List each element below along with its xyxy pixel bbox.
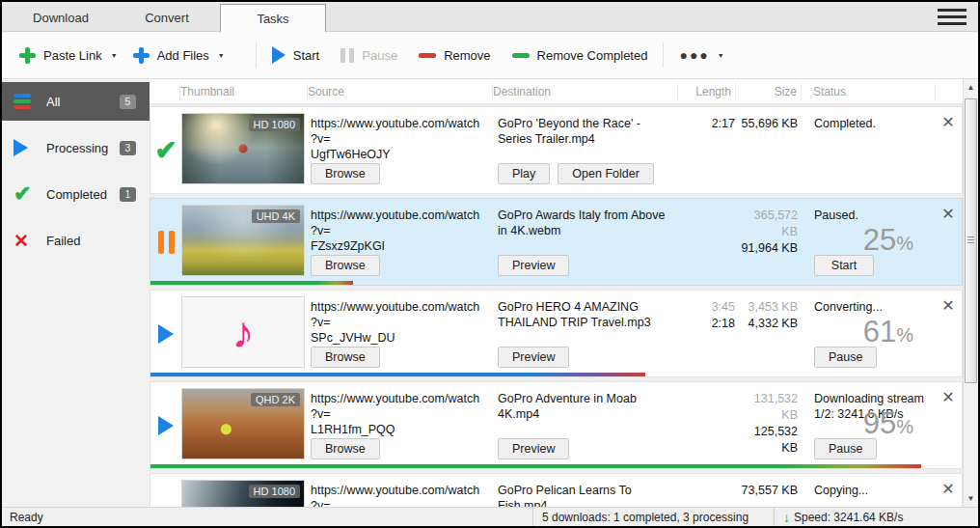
browse-button[interactable]: Browse bbox=[311, 163, 380, 184]
progress-percent: 95% bbox=[863, 408, 913, 438]
size-value: 125,532 KB bbox=[737, 424, 798, 457]
size-total: 131,532 KB bbox=[737, 391, 798, 424]
size-cell: 131,532 KB125,532 KB bbox=[737, 382, 803, 468]
sidebar-item-label: All bbox=[46, 95, 60, 109]
status-text: Copying... bbox=[814, 483, 931, 498]
sidebar: All 5 Processing 3 ✔ Completed 1 ✕ Faile… bbox=[2, 79, 150, 507]
row-state bbox=[150, 199, 181, 285]
sidebar-item-label: Processing bbox=[46, 141, 108, 155]
start-button[interactable]: Start bbox=[814, 255, 874, 276]
check-icon: ✔ bbox=[14, 183, 42, 205]
row-state bbox=[150, 291, 181, 376]
preview-button[interactable]: Preview bbox=[498, 255, 569, 276]
source-cell: https://www.youtube.com/watch?v= FZsxz9Z… bbox=[309, 199, 494, 285]
preview-button[interactable]: Preview bbox=[498, 438, 569, 459]
browse-button[interactable]: Browse bbox=[311, 438, 380, 459]
status-bar: Ready 5 downloads: 1 completed, 3 proces… bbox=[2, 507, 978, 526]
thumbnail: HD 1080 bbox=[181, 474, 309, 507]
thumbnail: ♪ bbox=[181, 291, 309, 376]
sidebar-item-processing[interactable]: Processing 3 bbox=[2, 128, 150, 167]
paste-link-dropdown-icon[interactable]: ▼ bbox=[111, 52, 118, 59]
task-row[interactable]: HD 1080 https://www.youtube.com/watch?v=… bbox=[150, 473, 963, 507]
progress-bar bbox=[150, 464, 921, 468]
completed-check-icon: ✔ bbox=[154, 137, 177, 164]
sidebar-item-all[interactable]: All 5 bbox=[2, 82, 150, 121]
task-rows: ✔ HD 1080 https://www.youtube.com/watch?… bbox=[150, 104, 963, 507]
thumbnail: HD 1080 bbox=[181, 107, 309, 193]
close-icon[interactable]: ✕ bbox=[941, 114, 954, 130]
source-cell: https://www.youtube.com/watch?v= SPc_JVH… bbox=[309, 291, 494, 376]
count-badge: 3 bbox=[120, 141, 136, 155]
thumbnail: QHD 2K bbox=[181, 382, 309, 468]
play-icon bbox=[272, 46, 286, 64]
sidebar-item-label: Completed bbox=[46, 187, 107, 202]
size-value: 55,696 KB bbox=[737, 116, 798, 132]
quality-badge: HD 1080 bbox=[249, 118, 300, 131]
speed-text: Speed: 3241.64 KB/s bbox=[794, 511, 903, 524]
more-actions-button[interactable]: ●●● ▼ bbox=[679, 47, 723, 63]
destination-cell: GoPro Pelican Learns To Fish.mp4 bbox=[494, 474, 679, 507]
scrollbar[interactable]: ▲ ▼ bbox=[963, 79, 978, 507]
list-header: Thumbnail Source Destination Length Size… bbox=[150, 79, 963, 104]
more-dots-icon: ●●● bbox=[679, 47, 709, 63]
main-area: All 5 Processing 3 ✔ Completed 1 ✕ Faile… bbox=[2, 79, 978, 507]
header-spacer bbox=[936, 83, 963, 100]
open-folder-button[interactable]: Open Folder bbox=[558, 163, 653, 184]
sidebar-item-failed[interactable]: ✕ Failed bbox=[2, 221, 150, 260]
add-files-button[interactable]: Add Files bbox=[133, 47, 209, 64]
progress-percent: 25% bbox=[863, 225, 913, 255]
browse-button[interactable]: Browse bbox=[311, 255, 380, 276]
column-destination[interactable]: Destination bbox=[493, 83, 678, 100]
column-length[interactable]: Length bbox=[678, 83, 736, 100]
task-row[interactable]: ✔ HD 1080 https://www.youtube.com/watch?… bbox=[150, 106, 963, 194]
status-cell: Converting... 61%Pause bbox=[803, 291, 935, 376]
pause-button[interactable]: Pause bbox=[340, 48, 397, 63]
task-row[interactable]: UHD 4K https://www.youtube.com/watch?v= … bbox=[150, 198, 963, 286]
menu-icon[interactable] bbox=[938, 9, 966, 29]
preview-button[interactable]: Preview bbox=[498, 347, 569, 368]
length-cell bbox=[679, 474, 737, 507]
paused-bars-icon bbox=[158, 231, 175, 254]
thumbnail-image: HD 1080 bbox=[181, 480, 305, 507]
thumbnail-image: HD 1080 bbox=[181, 113, 305, 184]
tab-convert[interactable]: Convert bbox=[114, 5, 220, 31]
row-state bbox=[150, 382, 181, 468]
close-icon[interactable]: ✕ bbox=[941, 389, 954, 405]
source-cell: https://www.youtube.com/watch?v= L1RH1fm… bbox=[309, 382, 494, 468]
close-icon[interactable]: ✕ bbox=[941, 297, 954, 314]
paste-link-button[interactable]: Paste Link bbox=[19, 47, 102, 64]
remove-completed-button[interactable]: Remove Completed bbox=[512, 48, 648, 63]
destination-filename: GoPro Awards Italy from Above in 4K.webm bbox=[498, 208, 671, 238]
music-note-icon: ♪ bbox=[232, 310, 255, 354]
length-cell bbox=[679, 382, 737, 468]
close-icon[interactable]: ✕ bbox=[941, 206, 954, 222]
scrollbar-thumb[interactable] bbox=[965, 98, 977, 383]
remove-button[interactable]: Remove bbox=[419, 48, 490, 63]
scrollbar-track[interactable] bbox=[964, 96, 978, 490]
task-row[interactable]: QHD 2K https://www.youtube.com/watch?v= … bbox=[150, 381, 963, 469]
all-lists-icon bbox=[14, 93, 42, 110]
row-state: ✔ bbox=[150, 107, 181, 193]
destination-cell: GoPro Awards Italy from Above in 4K.webm… bbox=[494, 199, 679, 285]
add-files-dropdown-icon[interactable]: ▼ bbox=[218, 52, 225, 59]
tab-tasks[interactable]: Tasks bbox=[220, 4, 326, 32]
column-thumbnail[interactable]: Thumbnail bbox=[180, 83, 308, 100]
column-size[interactable]: Size bbox=[736, 83, 802, 100]
app-window: Download Convert Tasks Paste Link ▼ Add … bbox=[0, 0, 980, 528]
source-url: https://www.youtube.com/watch?v= SPc_JVH… bbox=[311, 299, 486, 346]
play-button[interactable]: Play bbox=[498, 163, 550, 184]
browse-button[interactable]: Browse bbox=[311, 347, 380, 368]
count-badge: 5 bbox=[120, 95, 136, 109]
pause-button[interactable]: Pause bbox=[814, 438, 877, 459]
close-icon[interactable]: ✕ bbox=[941, 481, 954, 497]
scroll-down-icon[interactable]: ▼ bbox=[964, 490, 978, 507]
pause-button[interactable]: Pause bbox=[814, 347, 877, 368]
column-status[interactable]: Status bbox=[802, 83, 936, 100]
task-row[interactable]: ♪ https://www.youtube.com/watch?v= SPc_J… bbox=[150, 290, 963, 377]
start-button[interactable]: Start bbox=[272, 46, 319, 64]
sidebar-item-completed[interactable]: ✔ Completed 1 bbox=[2, 175, 150, 213]
scroll-up-icon[interactable]: ▲ bbox=[964, 79, 978, 96]
tab-bar: Download Convert Tasks bbox=[2, 2, 978, 32]
column-source[interactable]: Source bbox=[308, 83, 493, 100]
tab-download[interactable]: Download bbox=[8, 5, 114, 31]
